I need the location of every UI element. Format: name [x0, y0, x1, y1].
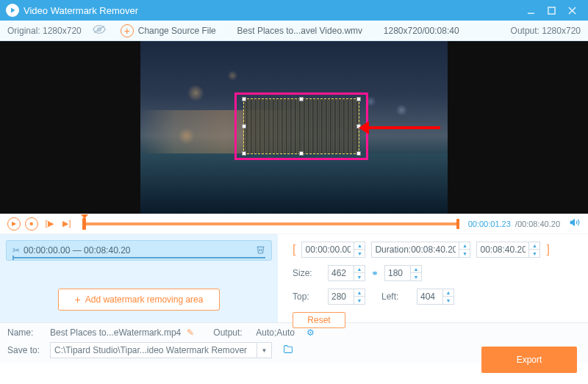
spin-up[interactable]: ▲ — [459, 242, 470, 250]
svg-marker-6 — [570, 220, 574, 225]
spin-down[interactable]: ▼ — [354, 297, 365, 304]
resize-handle[interactable] — [242, 97, 246, 101]
maximize-button[interactable] — [541, 0, 562, 21]
info-bar: Original: 1280x720 + Change Source File … — [0, 21, 588, 41]
spin-up[interactable]: ▲ — [411, 266, 421, 273]
segment-item[interactable]: ✂ 00:00:00.00 — 00:08:40.20 — [6, 240, 272, 261]
spin-up[interactable]: ▲ — [354, 289, 365, 297]
spin-up[interactable]: ▲ — [443, 289, 453, 297]
name-label: Name: — [7, 327, 44, 338]
size-row: Size: ▲▼ ⚭ ▲▼ — [293, 265, 573, 281]
total-time: /00:08:40.20 — [515, 220, 560, 228]
mark-out-button[interactable]: ▶] — [60, 219, 74, 229]
spin-down[interactable]: ▼ — [443, 297, 453, 304]
add-area-label: Add watermark removing area — [85, 294, 204, 305]
svg-rect-1 — [548, 7, 554, 13]
stop-button[interactable]: ■ — [25, 217, 38, 231]
output-format: Auto;Auto — [256, 327, 295, 338]
preview-toggle-icon[interactable] — [93, 25, 106, 36]
delete-segment-button[interactable] — [256, 244, 265, 256]
watermark-selection[interactable] — [243, 98, 359, 154]
spin-down[interactable]: ▼ — [354, 273, 365, 280]
output-settings-button[interactable]: ⚙ — [306, 327, 315, 338]
svg-line-5 — [94, 26, 104, 33]
timeline-slider[interactable] — [82, 220, 459, 228]
top-label: Top: — [293, 291, 322, 302]
saveto-dropdown[interactable]: ▼ — [257, 343, 271, 358]
spin-down[interactable]: ▼ — [529, 250, 539, 257]
size-label: Size: — [293, 268, 322, 278]
properties-panel: [ ▲▼ ▲▼ ▲▼ ] Size: ▲▼ ⚭ ▲▼ Top: ▲▼ Left:… — [278, 234, 588, 322]
top-input[interactable]: ▲▼ — [328, 289, 365, 305]
resize-handle[interactable] — [299, 151, 304, 156]
change-source-label: Change Source File — [138, 26, 216, 36]
saveto-label: Save to: — [7, 345, 44, 355]
original-dimensions: Original: 1280x720 — [7, 26, 82, 36]
reset-button[interactable]: Reset — [293, 312, 345, 328]
left-label: Left: — [381, 291, 411, 302]
settings-panels: ✂ 00:00:00.00 — 00:08:40.20 + Add waterm… — [0, 234, 588, 322]
segment-times: 00:00:00.00 — 00:08:40.20 — [24, 245, 256, 256]
open-folder-button[interactable] — [282, 344, 294, 356]
time-range-row: [ ▲▼ ▲▼ ▲▼ ] — [293, 242, 573, 258]
link-icon[interactable]: ⚭ — [371, 268, 379, 278]
spin-down[interactable]: ▼ — [354, 250, 365, 257]
output-label: Output: — [213, 327, 250, 338]
close-button[interactable] — [562, 0, 582, 21]
segments-panel: ✂ 00:00:00.00 — 00:08:40.20 + Add waterm… — [0, 234, 278, 322]
spin-up[interactable]: ▲ — [529, 242, 539, 250]
resize-handle[interactable] — [242, 151, 246, 156]
video-preview[interactable] — [0, 41, 588, 214]
left-input[interactable]: ▲▼ — [417, 289, 454, 305]
resize-handle[interactable] — [242, 124, 246, 128]
bracket-right: ] — [546, 243, 549, 256]
spin-up[interactable]: ▲ — [354, 242, 365, 250]
plus-icon: + — [121, 24, 134, 37]
app-title: Video Watermark Remover — [24, 5, 520, 16]
end-time-input[interactable]: ▲▼ — [476, 242, 540, 258]
export-button[interactable]: Export — [481, 347, 577, 373]
resize-handle[interactable] — [356, 97, 361, 101]
spin-up[interactable]: ▲ — [354, 266, 365, 273]
position-row: Top: ▲▼ Left: ▲▼ — [293, 289, 573, 305]
resize-handle[interactable] — [356, 151, 361, 156]
video-frame — [140, 41, 448, 214]
name-output-row: Name: Best Places to...eWatermark.mp4 ✎ … — [7, 327, 581, 338]
add-area-button[interactable]: + Add watermark removing area — [58, 289, 220, 311]
source-info: 1280x720/00:08:40 — [384, 26, 459, 36]
saveto-input[interactable]: ▼ — [50, 342, 272, 358]
start-time-input[interactable]: ▲▼ — [301, 242, 365, 258]
playback-controls: ▶ ■ [▶ ▶] 00:00:01.23/00:08:40.20 — [0, 214, 588, 234]
current-time: 00:00:01.23 — [468, 220, 511, 228]
volume-button[interactable] — [569, 217, 581, 230]
duration-input[interactable]: ▲▼ — [371, 242, 470, 258]
height-input[interactable]: ▲▼ — [384, 265, 422, 281]
change-source-button[interactable]: + Change Source File — [121, 24, 216, 37]
spin-down[interactable]: ▼ — [411, 273, 421, 280]
minimize-button[interactable] — [520, 0, 541, 21]
spin-down[interactable]: ▼ — [459, 250, 470, 257]
bracket-left: [ — [293, 243, 295, 256]
app-logo-icon — [6, 4, 19, 17]
output-filename: Best Places to...eWatermark.mp4 — [50, 327, 181, 338]
resize-handle[interactable] — [299, 97, 304, 101]
play-button[interactable]: ▶ — [7, 217, 21, 231]
timeline-start-marker[interactable] — [82, 218, 86, 230]
annotation-arrow — [361, 126, 440, 129]
scissors-icon: ✂ — [12, 245, 20, 256]
edit-name-button[interactable]: ✎ — [187, 327, 194, 338]
mark-in-button[interactable]: [▶ — [43, 219, 56, 229]
output-dimensions: Output: 1280x720 — [511, 26, 581, 36]
plus-icon: + — [75, 294, 81, 305]
width-input[interactable]: ▲▼ — [328, 265, 365, 281]
titlebar: Video Watermark Remover — [0, 0, 588, 21]
source-filename: Best Places to...avel Video.wmv — [216, 26, 384, 36]
timeline-end-marker[interactable] — [456, 219, 459, 229]
